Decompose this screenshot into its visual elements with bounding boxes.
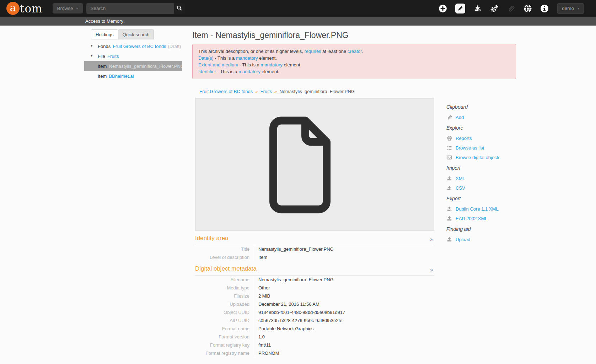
tree-item-bbhelmet-ai[interactable]: ItemBBhelmet.ai [84, 71, 182, 81]
treeview-sidebar: HoldingsQuick search ▼FondsFruit Growers… [84, 29, 182, 81]
context-link-browse-as-list[interactable]: Browse as list [446, 145, 521, 151]
image-icon [446, 154, 452, 161]
field-value: Item [254, 253, 267, 261]
alert-link[interactable]: mandatory [238, 69, 260, 74]
context-link-import-csv[interactable]: CSV [446, 185, 521, 191]
import-icon[interactable] [473, 4, 482, 13]
alert-link[interactable]: Identifier [198, 69, 216, 74]
search-button[interactable] [174, 3, 185, 14]
alert-link[interactable]: Date(s) [198, 55, 214, 61]
tree-item-fruit-growers-of-bc-fonds[interactable]: ▼FondsFruit Growers of BC fonds(Draft) [84, 41, 182, 51]
context-link-clipboard-add[interactable]: Add [446, 114, 521, 120]
field-row: Format registry keyfmt/11 [195, 341, 434, 349]
context-link-label: Reports [456, 136, 472, 141]
site-title[interactable]: Access to Memory [85, 18, 123, 24]
context-group-export: ExportDublin Core 1.1 XMLEAD 2002 XML [446, 196, 521, 222]
tab-holdings[interactable]: Holdings [91, 29, 118, 39]
digital-object-preview [195, 98, 434, 231]
alert-message: Identifier - This is a mandatory element… [198, 68, 510, 75]
context-link-export-ead[interactable]: EAD 2002 XML [446, 216, 521, 222]
tree-expand-caret-icon[interactable]: ▼ [90, 44, 93, 48]
top-navbar: a tom Browse ▾ demo ▾ [0, 0, 596, 17]
context-heading-clipboard: Clipboard [446, 104, 521, 110]
alert-message: Date(s) - This is a mandatory element. [198, 55, 510, 61]
alert-link[interactable]: creator [348, 49, 362, 54]
context-link-import-xml[interactable]: XML [446, 175, 521, 181]
field-row: Format version1.0 [195, 333, 434, 341]
alert-text: element. [283, 62, 301, 67]
search-box [86, 3, 185, 14]
alert-text: element. [258, 55, 276, 61]
breadcrumb-link[interactable]: Fruit Growers of BC fonds [199, 89, 253, 94]
tree-item-link[interactable]: Nemastylis_geminiflora_Flower.PNG [109, 64, 182, 69]
add-icon[interactable] [439, 4, 447, 13]
breadcrumb-link[interactable]: Fruits [261, 89, 272, 94]
context-link-reports[interactable]: Reports [446, 135, 521, 141]
tree-item-nemastylis-geminiflora-flower-pn[interactable]: ItemNemastylis_geminiflora_Flower.PNG [84, 61, 182, 71]
alert-text: - This is a [238, 62, 261, 67]
field-label: Format name [195, 325, 254, 333]
context-link-label: Upload [456, 237, 470, 242]
file-icon[interactable] [260, 114, 331, 215]
tree-expand-caret-icon[interactable]: ▼ [90, 54, 93, 58]
admin-icon[interactable] [490, 4, 499, 13]
context-heading-export: Export [446, 196, 521, 201]
printer-icon [446, 135, 452, 141]
field-label: Title [195, 245, 254, 253]
alert-link[interactable]: requires [304, 49, 321, 54]
import-icon [446, 175, 452, 181]
clipboard-icon[interactable] [507, 4, 515, 13]
field-value: 91348bbb-f001-448c-98bd-d5e0eb91d917 [254, 308, 345, 316]
treeview-tabs: HoldingsQuick search [91, 29, 182, 39]
alert-link[interactable]: Extent and medium [198, 62, 238, 67]
validation-alert: This archival description, or one of its… [192, 44, 516, 79]
tab-quick-search[interactable]: Quick search [118, 29, 154, 39]
user-menu-button[interactable]: demo ▾ [557, 3, 584, 14]
field-label: Format version [195, 333, 254, 341]
field-value: Nemastylis_geminiflora_Flower.PNG [254, 276, 334, 284]
field-row: UploadedDecember 21, 2016 11:56 AM [195, 300, 434, 308]
tree-item-link[interactable]: Fruit Growers of BC fonds [113, 44, 166, 49]
field-value: PRONOM [254, 349, 279, 357]
expand-section-icon[interactable]: » [430, 267, 434, 272]
section-header: Identity area» [195, 231, 434, 245]
field-label: Object UUID [195, 308, 254, 316]
breadcrumb-separator-icon: » [274, 89, 277, 94]
alert-text: . [362, 49, 363, 54]
tree-item-link[interactable]: Fruits [107, 54, 119, 59]
language-icon[interactable] [523, 4, 532, 13]
field-row: TitleNemastylis_geminiflora_Flower.PNG [195, 245, 434, 253]
expand-section-icon[interactable]: » [430, 237, 434, 242]
context-link-browse-digital-objects[interactable]: Browse digital objects [446, 154, 521, 161]
context-heading-explore: Explore [446, 125, 521, 131]
alert-text: This archival description, or one of its… [198, 49, 304, 54]
alert-text: - This is a [214, 55, 236, 61]
context-heading-finding-aid: Finding aid [446, 226, 521, 232]
atom-logo[interactable]: a tom [6, 2, 43, 15]
search-input[interactable] [86, 3, 174, 14]
context-link-finding-aid-upload[interactable]: Upload [446, 237, 521, 243]
edit-icon[interactable] [455, 4, 465, 13]
alert-message: This archival description, or one of its… [198, 48, 510, 55]
alert-link[interactable]: mandatory [236, 55, 258, 61]
context-link-label: CSV [456, 185, 465, 191]
context-link-export-dublin-core[interactable]: Dublin Core 1.1 XML [446, 206, 521, 212]
field-row: Format namePortable Network Graphics [195, 325, 434, 333]
info-icon[interactable] [540, 4, 549, 13]
tree-item-link[interactable]: BBhelmet.ai [109, 74, 134, 79]
chevron-down-icon: ▾ [578, 6, 579, 10]
alert-link[interactable]: mandatory [261, 62, 282, 67]
tree-item-fruits[interactable]: ▼FileFruits [84, 51, 182, 61]
field-label: AIP UUID [195, 316, 254, 325]
context-group-clipboard: ClipboardAdd [446, 104, 521, 120]
field-label: Level of description [195, 253, 254, 261]
field-label: Filesize [195, 292, 254, 300]
field-row: AIP UUIDc05673d5-b328-4276-9b0c-9af80f53… [195, 316, 434, 325]
field-label: Media type [195, 284, 254, 292]
browse-button[interactable]: Browse ▾ [53, 3, 83, 13]
section-header: Digital object metadata» [195, 261, 434, 276]
context-link-label: XML [456, 176, 465, 181]
export-icon [446, 206, 452, 212]
field-label: Format registry name [195, 349, 254, 357]
user-menu-label: demo [562, 6, 574, 11]
